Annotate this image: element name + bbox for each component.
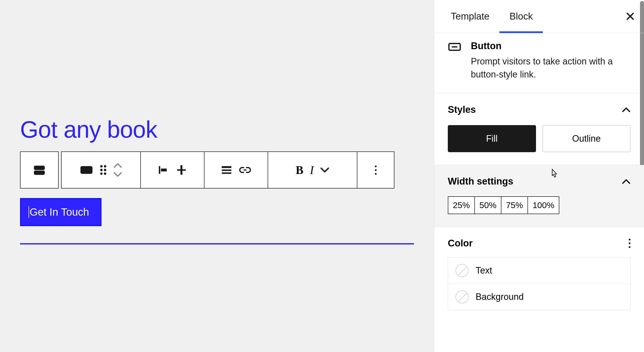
close-icon	[626, 12, 634, 21]
more-options-icon	[375, 165, 377, 175]
color-text-label: Text	[476, 265, 492, 276]
vertical-align-button[interactable]	[176, 164, 187, 176]
svg-point-4	[100, 165, 103, 167]
svg-rect-13	[180, 165, 182, 175]
buttons-block-icon	[33, 163, 46, 177]
move-up-button[interactable]	[114, 163, 122, 168]
width-50-button[interactable]: 50%	[474, 196, 501, 214]
panel-styles: Styles Fill Outline	[434, 93, 644, 165]
svg-rect-0	[35, 166, 44, 169]
toolbar-group-main: B I	[61, 151, 394, 189]
button-icon	[80, 165, 93, 175]
justify-left-icon	[158, 164, 169, 176]
svg-point-9	[104, 172, 106, 175]
block-type-button[interactable]	[33, 163, 46, 177]
sidebar-tabs: Template Block	[434, 0, 644, 33]
page-heading[interactable]: Got any book	[20, 118, 414, 141]
link-button[interactable]	[239, 166, 251, 174]
svg-rect-16	[222, 172, 231, 174]
button-block-text[interactable]: Get In Touch	[30, 206, 89, 218]
block-description: Prompt visitors to take action with a bu…	[471, 55, 630, 81]
block-options-button[interactable]	[375, 165, 377, 175]
chevron-up-icon	[622, 179, 630, 184]
block-name: Button	[471, 41, 630, 51]
color-panel-options-button[interactable]	[629, 239, 630, 248]
chevron-up-icon	[114, 163, 122, 168]
drag-handle[interactable]	[99, 164, 107, 175]
chevron-down-icon	[114, 172, 122, 177]
text-caret	[29, 206, 29, 218]
width-25-button[interactable]: 25%	[448, 196, 474, 214]
empty-swatch-icon	[456, 264, 469, 277]
justify-items-button[interactable]	[158, 164, 169, 176]
more-rich-text-button[interactable]	[320, 167, 329, 173]
bold-button[interactable]: B	[296, 163, 303, 177]
svg-point-6	[100, 169, 103, 171]
panel-width-header[interactable]: Width settings	[448, 176, 630, 187]
width-button-group: 25% 50% 75% 100%	[448, 196, 630, 214]
panel-width-title: Width settings	[448, 176, 513, 187]
italic-button[interactable]: I	[310, 163, 314, 177]
svg-rect-14	[222, 166, 231, 168]
panel-color-title: Color	[448, 238, 473, 249]
svg-point-8	[100, 172, 103, 175]
panel-styles-title: Styles	[448, 104, 476, 115]
panel-color: Color Text Background	[434, 227, 644, 323]
chevron-up-icon	[622, 107, 630, 112]
settings-sidebar: Template Block Button Prompt visitors to…	[434, 0, 644, 352]
width-100-button[interactable]: 100%	[527, 196, 559, 214]
style-fill-button[interactable]: Fill	[448, 125, 536, 152]
svg-rect-1	[35, 171, 44, 174]
color-background-row[interactable]: Background	[448, 284, 630, 310]
button-block-icon	[448, 42, 461, 52]
move-down-button[interactable]	[114, 172, 122, 177]
chevron-down-icon	[320, 167, 329, 173]
block-selection-underline	[20, 243, 414, 244]
svg-point-5	[104, 165, 106, 167]
editor-canvas: Got any book	[0, 0, 434, 352]
svg-rect-11	[161, 168, 167, 171]
toolbar-group-block-type	[20, 151, 59, 189]
transform-button[interactable]	[80, 165, 93, 175]
drag-icon	[99, 164, 107, 175]
close-sidebar-button[interactable]	[623, 10, 637, 23]
panel-width-settings: Width settings 25% 50% 75% 100%	[434, 165, 644, 227]
align-button[interactable]	[221, 165, 232, 175]
link-icon	[239, 166, 251, 174]
svg-point-7	[104, 169, 106, 171]
style-outline-button[interactable]: Outline	[543, 125, 631, 152]
color-background-label: Background	[476, 292, 524, 302]
tab-template[interactable]: Template	[441, 0, 499, 33]
block-toolbar: B I	[20, 151, 414, 189]
color-text-row[interactable]: Text	[448, 257, 630, 284]
width-75-button[interactable]: 75%	[501, 196, 527, 214]
button-block[interactable]: Get In Touch	[20, 198, 101, 226]
align-icon	[221, 165, 232, 175]
empty-swatch-icon	[456, 290, 469, 303]
block-summary: Button Prompt visitors to take action wi…	[434, 33, 644, 93]
tab-block[interactable]: Block	[499, 0, 543, 33]
more-options-icon	[629, 239, 630, 248]
align-top-icon	[176, 164, 187, 176]
panel-styles-header[interactable]: Styles	[448, 104, 630, 115]
svg-rect-15	[222, 169, 231, 171]
